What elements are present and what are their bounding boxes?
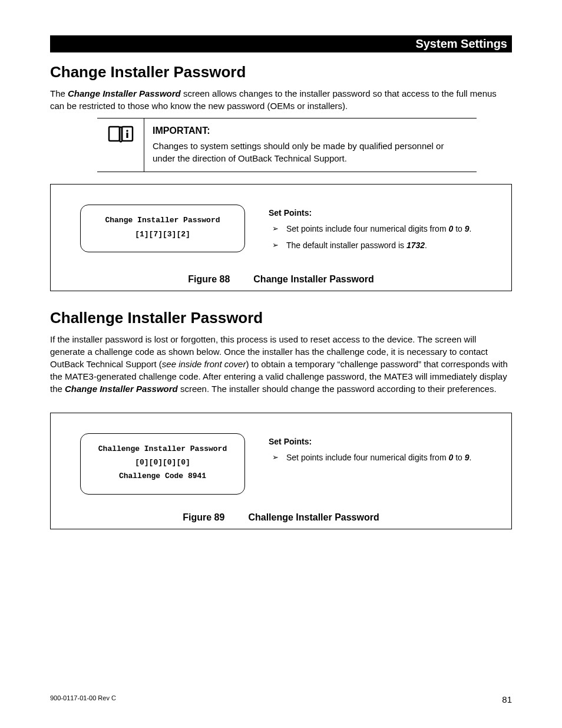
text: . bbox=[470, 224, 472, 233]
text: Set points include four numerical digits… bbox=[286, 453, 448, 462]
lcd-panel-challenge-password: Challenge Installer Password [0][0][0][0… bbox=[80, 433, 245, 495]
set-points-block: Set Points: Set points include four nume… bbox=[269, 433, 494, 469]
section1-title: Change Installer Password bbox=[50, 63, 512, 81]
figure-number: Figure 89 bbox=[183, 512, 224, 522]
set-point-item: Set points include four numerical digits… bbox=[269, 452, 494, 464]
value-emph: 9 bbox=[465, 453, 470, 462]
text: . bbox=[425, 241, 427, 250]
set-point-item: Set points include four numerical digits… bbox=[269, 223, 494, 235]
set-point-item: The default installer password is 1732. bbox=[269, 240, 494, 252]
svg-rect-0 bbox=[109, 127, 120, 141]
svg-rect-3 bbox=[126, 133, 128, 138]
screen-name-emph: Change Installer Password bbox=[68, 88, 181, 98]
important-text: IMPORTANT: Changes to system settings sh… bbox=[144, 118, 477, 172]
lcd-line: [1][7][3][2] bbox=[87, 228, 239, 241]
important-callout: IMPORTANT: Changes to system settings sh… bbox=[97, 118, 477, 172]
text: . bbox=[470, 453, 472, 462]
lcd-line: Change Installer Password bbox=[87, 213, 239, 227]
text: to bbox=[453, 453, 464, 462]
set-points-heading: Set Points: bbox=[269, 208, 494, 218]
section2-paragraph: If the installer password is lost or for… bbox=[50, 333, 512, 395]
svg-point-2 bbox=[126, 130, 128, 132]
important-body: Changes to system settings should only b… bbox=[153, 141, 444, 163]
important-label: IMPORTANT: bbox=[153, 124, 468, 137]
figure-number: Figure 88 bbox=[188, 274, 230, 284]
page-number: 81 bbox=[502, 694, 512, 704]
figure-88-box: Change Installer Password [1][7][3][2] S… bbox=[50, 184, 512, 291]
cross-ref-italic: see inside front cover bbox=[162, 359, 246, 369]
document-revision: 900-0117-01-00 Rev C bbox=[50, 694, 116, 704]
lcd-panel-change-password: Change Installer Password [1][7][3][2] bbox=[80, 205, 245, 252]
screen-name-emph: Change Installer Password bbox=[65, 384, 178, 394]
lcd-line: [0][0][0][0] bbox=[87, 456, 239, 469]
value-emph: 9 bbox=[465, 224, 470, 233]
book-info-icon bbox=[97, 118, 144, 172]
header-section-label: System Settings bbox=[415, 37, 507, 50]
text: The bbox=[50, 88, 68, 98]
figure-89-box: Challenge Installer Password [0][0][0][0… bbox=[50, 413, 512, 529]
figure-88-caption: Figure 88Change Installer Password bbox=[68, 274, 494, 285]
header-section-bar: System Settings bbox=[50, 35, 512, 52]
set-points-heading: Set Points: bbox=[269, 437, 494, 446]
text: The default installer password is bbox=[286, 241, 406, 250]
figure-title: Change Installer Password bbox=[253, 274, 374, 284]
value-emph: 1732 bbox=[406, 241, 425, 250]
text: to bbox=[453, 224, 464, 233]
text: screen. The installer should change the … bbox=[178, 384, 497, 394]
figure-89-caption: Figure 89Challenge Installer Password bbox=[68, 512, 494, 523]
lcd-line: Challenge Installer Password bbox=[87, 442, 239, 456]
figure-title: Challenge Installer Password bbox=[248, 512, 379, 522]
lcd-line: Challenge Code 8941 bbox=[87, 469, 239, 483]
page-footer: 900-0117-01-00 Rev C 81 bbox=[50, 694, 512, 704]
set-points-block: Set Points: Set points include four nume… bbox=[269, 205, 494, 256]
section1-intro: The Change Installer Password screen all… bbox=[50, 87, 512, 112]
text: Set points include four numerical digits… bbox=[286, 224, 448, 233]
section2-title: Challenge Installer Password bbox=[50, 309, 512, 327]
